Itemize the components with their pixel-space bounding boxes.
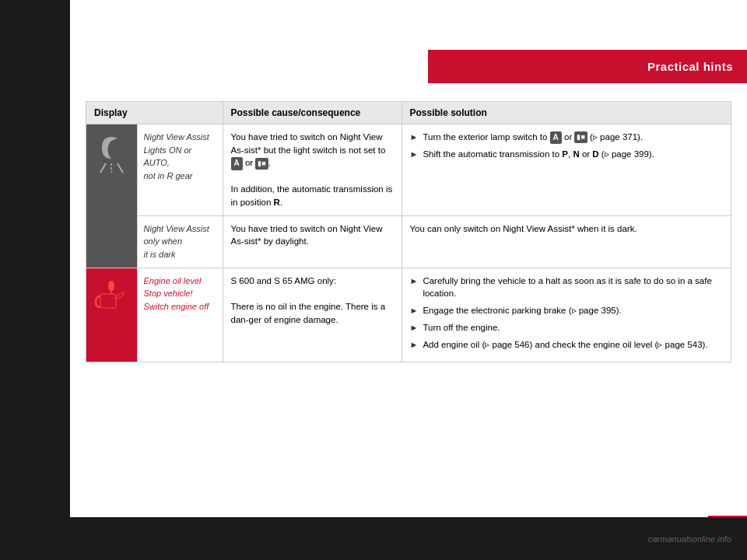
solution-text: Shift the automatic transmission to P, N… bbox=[423, 148, 654, 161]
engine-oil-label: Engine oil levelStop vehicle!Switch engi… bbox=[144, 276, 209, 311]
night-view-label-1: Night View AssistLights ON or AUTO,not i… bbox=[144, 132, 209, 180]
arrow-icon: ► bbox=[410, 322, 419, 334]
arrow-icon: ► bbox=[410, 149, 419, 161]
cause-row1b: You have tried to switch on Night View A… bbox=[223, 215, 402, 268]
solution-bullet: ► Turn off the engine. bbox=[410, 321, 724, 334]
bottom-bar: carmanualsonline.info bbox=[70, 517, 747, 560]
col-cause: Possible cause/consequence bbox=[223, 102, 402, 124]
night-view-icon-cell bbox=[86, 124, 137, 268]
table-row: Night View Assistonly whenit is dark You… bbox=[86, 215, 731, 268]
main-page: Practical hints Display Possible cause/c… bbox=[70, 0, 747, 560]
cause-row1: You have tried to switch on Night View A… bbox=[223, 124, 402, 216]
solution-text: Add engine oil (▹ page 546) and check th… bbox=[423, 338, 707, 352]
arrow-icon: ► bbox=[410, 131, 419, 144]
solution-bullet: ► Engage the electronic parking brake (▹… bbox=[410, 304, 724, 317]
arrow-icon: ► bbox=[410, 339, 419, 352]
svg-rect-3 bbox=[100, 294, 116, 308]
solution-text: Engage the electronic parking brake (▹ p… bbox=[423, 304, 621, 317]
display-label-row1: Night View AssistLights ON or AUTO,not i… bbox=[137, 124, 223, 216]
col-solution: Possible solution bbox=[402, 102, 731, 124]
badge-a: A bbox=[231, 157, 243, 170]
table-row: Night View AssistLights ON or AUTO,not i… bbox=[86, 124, 731, 216]
night-view-label-2: Night View Assistonly whenit is dark bbox=[144, 224, 209, 259]
solution-row1: ► Turn the exterior lamp switch to A or … bbox=[402, 124, 731, 216]
svg-line-1 bbox=[117, 163, 123, 173]
col-display: Display bbox=[86, 102, 223, 124]
display-label-row1b: Night View Assistonly whenit is dark bbox=[137, 215, 223, 268]
display-label-row2: Engine oil levelStop vehicle!Switch engi… bbox=[137, 268, 223, 362]
arrow-icon: ► bbox=[410, 275, 419, 288]
header-bar: Practical hints bbox=[428, 50, 747, 83]
solution-bullet: ► Turn the exterior lamp switch to A or … bbox=[410, 131, 724, 144]
badge-a-2: A bbox=[550, 131, 562, 145]
table-header-row: Display Possible cause/consequence Possi… bbox=[86, 102, 731, 124]
solution-text: Turn the exterior lamp switch to A or ▮■… bbox=[423, 131, 643, 144]
solution-text: Turn off the engine. bbox=[423, 321, 500, 334]
watermark: carmanualsonline.info bbox=[648, 534, 731, 544]
main-table: Display Possible cause/consequence Possi… bbox=[86, 101, 731, 362]
oil-warning-icon bbox=[94, 275, 129, 317]
left-sidebar bbox=[0, 0, 70, 560]
arrow-icon: ► bbox=[410, 305, 419, 317]
solution-row2: ► Carefully bring the vehicle to a halt … bbox=[402, 268, 731, 362]
cause-row2: S 600 and S 65 AMG only: There is no oil… bbox=[223, 268, 402, 362]
badge-auto: ▮■ bbox=[255, 158, 268, 170]
page-title: Practical hints bbox=[647, 60, 733, 73]
table-row: Engine oil levelStop vehicle!Switch engi… bbox=[86, 268, 731, 362]
night-view-icon bbox=[94, 131, 129, 173]
solution-row1b: You can only switch on Night View Assist… bbox=[402, 215, 731, 268]
solution-text: Carefully bring the vehicle to a halt as… bbox=[423, 275, 723, 300]
oil-icon-cell bbox=[86, 268, 137, 362]
badge-auto-2: ▮■ bbox=[574, 131, 587, 143]
solution-bullet: ► Add engine oil (▹ page 546) and check … bbox=[410, 338, 724, 352]
solution-bullet: ► Carefully bring the vehicle to a halt … bbox=[410, 275, 724, 300]
solution-bullet: ► Shift the automatic transmission to P,… bbox=[410, 148, 724, 161]
svg-line-0 bbox=[100, 163, 106, 173]
